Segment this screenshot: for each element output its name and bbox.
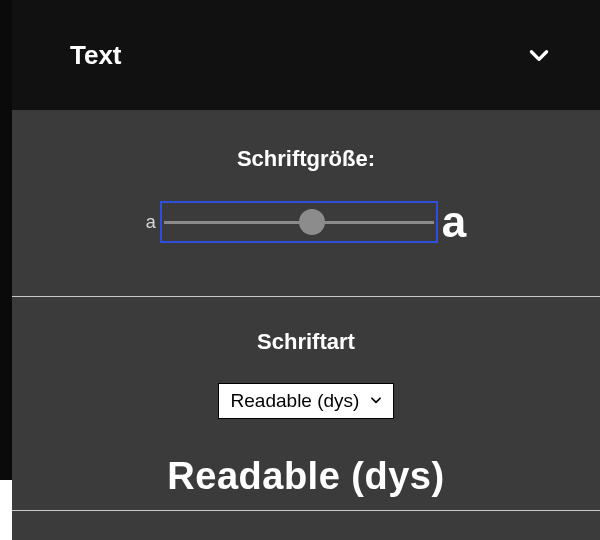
font-size-max-indicator: a <box>442 200 466 244</box>
font-size-min-indicator: a <box>146 212 156 233</box>
font-family-preview: Readable (dys) <box>32 455 580 498</box>
font-size-slider[interactable] <box>160 201 438 243</box>
slider-thumb[interactable] <box>299 209 325 235</box>
font-family-select[interactable]: Readable (dys) <box>218 383 395 419</box>
text-section-title: Text <box>70 40 122 71</box>
left-rail <box>0 0 12 480</box>
slider-track <box>164 221 434 224</box>
settings-panel-root: Text Schriftgröße: a a Schriftart <box>0 0 600 540</box>
font-family-selected-value: Readable (dys) <box>231 390 360 412</box>
font-size-slider-row: a a <box>32 200 580 244</box>
chevron-down-icon <box>369 390 383 412</box>
font-family-label: Schriftart <box>32 329 580 355</box>
chevron-down-icon <box>526 42 552 68</box>
font-family-section: Schriftart Readable (dys) Readable (dys) <box>12 297 600 511</box>
font-size-section: Schriftgröße: a a <box>12 110 600 297</box>
text-settings-panel: Text Schriftgröße: a a Schriftart <box>12 0 600 540</box>
font-size-label: Schriftgröße: <box>32 146 580 172</box>
text-section-header[interactable]: Text <box>12 0 600 110</box>
